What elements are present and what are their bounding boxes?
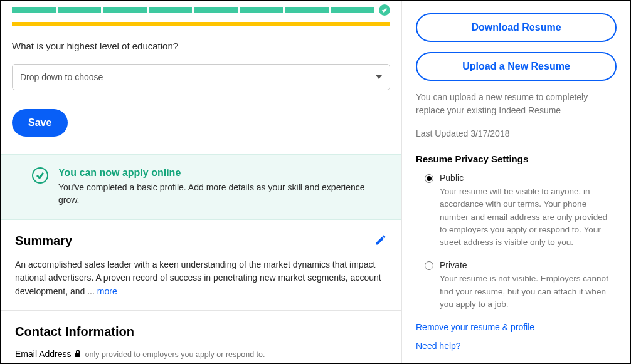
contact-card: Contact Information Email Address only p… (1, 311, 401, 363)
upload-note: You can upload a new resume to completel… (416, 91, 617, 117)
contact-heading: Contact Information (15, 325, 387, 339)
public-desc: Your resume will be visible to anyone, i… (440, 185, 615, 249)
privacy-heading: Resume Privacy Settings (416, 153, 617, 164)
highlight-bar (12, 22, 390, 26)
privacy-private-option[interactable]: Private (416, 260, 617, 270)
public-label: Public (440, 173, 464, 183)
more-link[interactable]: more (97, 286, 117, 296)
chevron-down-icon (376, 75, 382, 79)
radio-icon (425, 261, 433, 270)
upload-resume-button[interactable]: Upload a New Resume (416, 52, 617, 81)
education-select[interactable]: Drop down to choose (12, 64, 390, 90)
progress-bar (12, 4, 390, 16)
radio-icon (425, 174, 433, 183)
need-help-link[interactable]: Need help? (416, 341, 617, 351)
education-question: What is your highest level of education? (12, 41, 390, 51)
private-desc: Your resume is not visible. Employers ca… (440, 273, 615, 311)
summary-heading: Summary (15, 234, 72, 248)
download-resume-button[interactable]: Download Resume (416, 13, 617, 42)
last-updated: Last Updated 3/17/2018 (416, 128, 617, 138)
select-placeholder: Drop down to choose (20, 72, 103, 82)
success-banner: You can now apply online You've complete… (1, 154, 401, 220)
check-complete-icon (379, 4, 390, 16)
remove-resume-link[interactable]: Remove your resume & profile (416, 322, 617, 332)
private-label: Private (440, 260, 467, 270)
save-button[interactable]: Save (12, 109, 68, 137)
summary-card: Summary An accomplished sales leader wit… (1, 220, 401, 311)
lock-icon (75, 349, 81, 359)
email-hint: only provided to employers you apply or … (85, 350, 265, 359)
success-text: You've completed a basic profile. Add mo… (58, 181, 370, 207)
email-label: Email Address (15, 349, 71, 359)
privacy-public-option[interactable]: Public (416, 173, 617, 183)
edit-icon[interactable] (374, 234, 387, 246)
summary-text: An accomplished sales leader with a keen… (15, 258, 387, 299)
check-circle-icon (32, 167, 48, 184)
success-title: You can now apply online (58, 167, 370, 179)
